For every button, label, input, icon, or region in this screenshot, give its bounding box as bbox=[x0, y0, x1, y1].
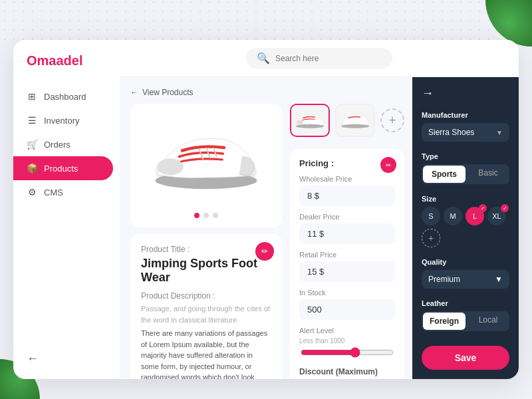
breadcrumb-text: View Products bbox=[142, 88, 193, 97]
sidebar-label-orders: Orders bbox=[44, 140, 70, 150]
sidebar-label-products: Products bbox=[44, 164, 78, 174]
cms-icon: ⚙ bbox=[27, 187, 37, 198]
breadcrumb[interactable]: ← View Products bbox=[130, 88, 402, 97]
svg-point-8 bbox=[341, 124, 370, 128]
in-stock-field: In Stock bbox=[299, 289, 395, 320]
product-image-main bbox=[140, 113, 273, 206]
product-desc-short: Passage, and going through the cites of … bbox=[141, 303, 271, 325]
size-m-button[interactable]: M bbox=[444, 207, 462, 225]
thumbnails-row: + bbox=[290, 104, 404, 137]
leather-label: Leather bbox=[422, 299, 509, 307]
dots-background bbox=[0, 0, 532, 40]
inventory-icon: ☰ bbox=[27, 115, 37, 126]
dealer-price-label: Dealer Price bbox=[299, 213, 395, 221]
size-l-button[interactable]: L ✓ bbox=[466, 207, 484, 225]
svg-point-7 bbox=[296, 124, 325, 128]
size-s-button[interactable]: S bbox=[422, 207, 440, 225]
size-buttons: S M L ✓ XL ✓ + bbox=[422, 207, 509, 247]
add-thumbnail-button[interactable]: + bbox=[380, 108, 404, 132]
retail-price-input[interactable] bbox=[299, 261, 395, 282]
alert-level-label: Alert Level bbox=[299, 327, 395, 334]
products-icon: 📦 bbox=[27, 163, 37, 174]
wholesale-price-label: Wholesale Price bbox=[299, 175, 395, 183]
sidebar: Omaadel ⊞ Dashboard ☰ Inventory 🛒 Orders… bbox=[13, 40, 120, 379]
product-info-edit-button[interactable]: ✏ bbox=[255, 242, 274, 261]
manufacturer-label: Manufacturer bbox=[422, 111, 509, 119]
logo: Omaadel bbox=[13, 53, 120, 84]
quality-section: Quality Premium ▼ bbox=[422, 258, 509, 289]
type-sports-button[interactable]: Sports bbox=[423, 166, 466, 183]
search-icon: 🔍 bbox=[257, 52, 270, 65]
search-bar[interactable]: 🔍 bbox=[246, 48, 392, 68]
topbar: 🔍 bbox=[120, 40, 519, 77]
pricing-edit-button[interactable]: ✏ bbox=[380, 157, 396, 173]
sidebar-label-dashboard: Dashboard bbox=[44, 92, 86, 102]
discount-section: Discount (Maximum) 5% 10% 15% + bbox=[299, 367, 395, 379]
main-content: 🔍 ← View Products bbox=[120, 40, 519, 379]
image-dots bbox=[140, 213, 273, 218]
leather-foreign-button[interactable]: Foreign bbox=[423, 313, 466, 330]
thumb-svg-2 bbox=[338, 107, 372, 134]
manufacturer-section: Manufacturer Sierra Shoes ▼ bbox=[422, 111, 509, 142]
manufacturer-dropdown-arrow: ▼ bbox=[496, 129, 503, 136]
product-desc-long: There are many variations of passages of… bbox=[141, 328, 271, 379]
dot-1[interactable] bbox=[194, 213, 200, 218]
dot-3[interactable] bbox=[213, 213, 218, 218]
right-panel: → Manufacturer Sierra Shoes ▼ Type Sport… bbox=[412, 77, 519, 379]
sidebar-item-products[interactable]: 📦 Products bbox=[13, 156, 113, 180]
alert-hint: Less than 1000 bbox=[299, 337, 395, 344]
search-input[interactable] bbox=[275, 54, 382, 63]
sidebar-item-inventory[interactable]: ☰ Inventory bbox=[13, 108, 120, 132]
app-container: Omaadel ⊞ Dashboard ☰ Inventory 🛒 Orders… bbox=[13, 40, 519, 379]
add-size-button[interactable]: + bbox=[422, 229, 440, 247]
svg-point-6 bbox=[297, 120, 304, 125]
quality-value: Premium bbox=[428, 275, 460, 284]
pricing-card: ✏ Pricing : Wholesale Price Dealer Price bbox=[290, 149, 404, 379]
alert-level-slider[interactable] bbox=[301, 347, 394, 358]
dealer-price-field: Dealer Price bbox=[299, 213, 395, 244]
shoe-svg bbox=[146, 123, 266, 196]
logo-accent: O bbox=[27, 53, 37, 68]
thumbnail-1[interactable] bbox=[290, 104, 330, 137]
sidebar-label-inventory: Inventory bbox=[44, 116, 79, 126]
product-title-label: Product Title : bbox=[141, 245, 271, 254]
sidebar-item-dashboard[interactable]: ⊞ Dashboard bbox=[13, 84, 120, 108]
leather-local-button[interactable]: Local bbox=[467, 311, 509, 331]
type-basic-button[interactable]: Basic bbox=[467, 164, 509, 184]
content-body: ← View Products bbox=[120, 77, 519, 379]
wholesale-price-input[interactable] bbox=[299, 186, 395, 206]
product-image-card bbox=[130, 104, 282, 227]
sidebar-label-cms: CMS bbox=[44, 188, 63, 198]
save-button[interactable]: Save bbox=[422, 346, 509, 370]
in-stock-input[interactable] bbox=[299, 299, 395, 320]
size-label: Size bbox=[422, 195, 509, 203]
size-section: Size S M L ✓ XL ✓ + bbox=[422, 195, 509, 247]
size-xl-button[interactable]: XL ✓ bbox=[487, 207, 506, 225]
sidebar-bottom: ← bbox=[13, 352, 120, 366]
logo-text: maadel bbox=[37, 53, 83, 68]
size-xl-badge: ✓ bbox=[501, 204, 509, 212]
dot-2[interactable] bbox=[203, 213, 209, 218]
back-arrow-button[interactable]: ← bbox=[27, 352, 106, 366]
leather-section: Leather Foreign Local bbox=[422, 299, 509, 331]
product-info-card: ✏ Product Title : Jimping Sports Foot We… bbox=[130, 234, 282, 379]
quality-dropdown[interactable]: Premium ▼ bbox=[422, 270, 509, 289]
leather-buttons: Foreign Local bbox=[422, 311, 509, 331]
product-desc-label: Product Description : bbox=[141, 291, 271, 301]
dashboard-icon: ⊞ bbox=[27, 91, 37, 102]
manufacturer-dropdown[interactable]: Sierra Shoes ▼ bbox=[422, 123, 509, 142]
svg-point-2 bbox=[157, 158, 184, 175]
right-panel-arrow[interactable]: → bbox=[422, 86, 509, 100]
type-section: Type Sports Basic bbox=[422, 152, 509, 184]
orders-icon: 🛒 bbox=[27, 139, 37, 150]
dealer-price-input[interactable] bbox=[299, 223, 395, 244]
type-buttons: Sports Basic bbox=[422, 164, 509, 184]
sidebar-item-orders[interactable]: 🛒 Orders bbox=[13, 132, 120, 156]
manufacturer-value: Sierra Shoes bbox=[428, 128, 474, 137]
type-label: Type bbox=[422, 152, 509, 160]
alert-level-field: Alert Level Less than 1000 bbox=[299, 327, 395, 360]
thumbnail-2[interactable] bbox=[335, 104, 375, 137]
size-l-badge: ✓ bbox=[479, 204, 487, 212]
quality-dropdown-arrow: ▼ bbox=[495, 275, 503, 284]
sidebar-item-cms[interactable]: ⚙ CMS bbox=[13, 180, 120, 204]
